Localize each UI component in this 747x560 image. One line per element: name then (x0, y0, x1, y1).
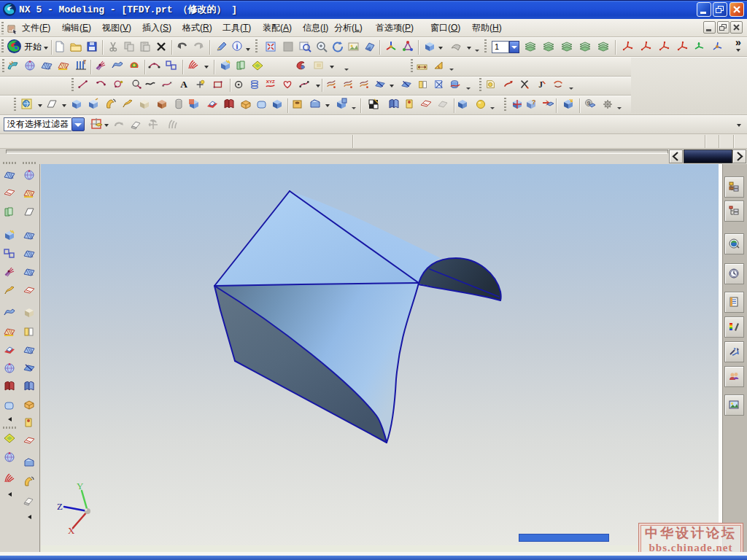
svg-text:A: A (180, 79, 187, 90)
svg-text:XYZ: XYZ (266, 79, 275, 84)
svg-text:i: i (236, 42, 239, 50)
svg-text:?: ? (532, 98, 536, 106)
svg-text:J: J (538, 80, 543, 89)
